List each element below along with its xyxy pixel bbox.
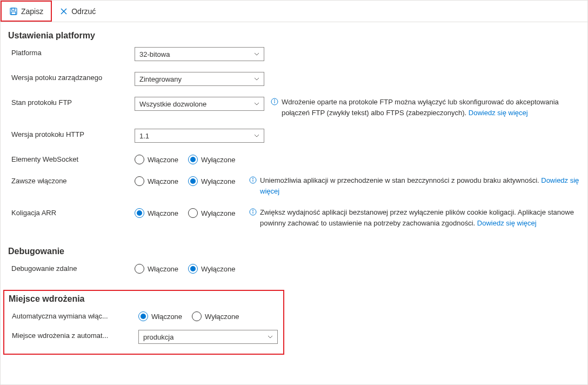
info-icon: [271, 98, 278, 105]
radio-group-auto-swap: Włączone Wyłączone: [138, 310, 268, 321]
select-pipeline-value: Zintegrowany: [139, 75, 182, 83]
desc-always-on: Uniemożliwia aplikacji w przechodzenie w…: [260, 175, 580, 196]
radio-always-on-on[interactable]: Włączone: [135, 176, 178, 186]
radio-always-on-off[interactable]: Wyłączone: [188, 176, 235, 186]
radio-group-always-on: Włączone Wyłączone: [135, 175, 243, 186]
radio-label-on: Włączone: [148, 156, 178, 164]
chevron-down-icon: [254, 133, 259, 138]
section-title-debugging: Debugowanie: [8, 247, 580, 256]
radio-group-arr: Włączone Wyłączone: [135, 207, 243, 218]
label-always-on: Zawsze włączone: [8, 175, 135, 185]
info-icon: [249, 208, 257, 216]
label-ftp-state: Stan protokołu FTP: [8, 97, 135, 107]
radio-label-on: Włączone: [151, 313, 182, 321]
save-button-label: Zapisz: [21, 7, 43, 16]
select-pipeline[interactable]: Zintegrowany: [135, 72, 264, 86]
select-http-version[interactable]: 1.1: [135, 129, 264, 143]
discard-icon: [59, 7, 68, 16]
select-ftp-state-value: Wszystkie dozwolone: [139, 100, 206, 108]
radio-label-off: Wyłączone: [201, 177, 235, 185]
desc-ftp: Wdrożenie oparte na protokole FTP można …: [282, 97, 580, 118]
discard-button-label: Odrzuć: [71, 7, 96, 16]
label-remote-debugging: Debugowanie zdalne: [8, 263, 135, 273]
toolbar: Zapisz Odrzuć: [1, 1, 587, 22]
radio-websockets-on[interactable]: Włączone: [135, 155, 178, 164]
section-title-deployment: Miejsce wdrożenia: [9, 294, 283, 304]
select-ftp-state[interactable]: Wszystkie dozwolone: [135, 97, 264, 111]
link-arr-learn-more[interactable]: Dowiedz się więcej: [477, 219, 537, 227]
radio-auto-swap-on[interactable]: Włączone: [138, 311, 182, 321]
discard-button[interactable]: Odrzuć: [52, 1, 103, 22]
save-button[interactable]: Zapisz: [1, 1, 52, 22]
radio-auto-swap-off[interactable]: Wyłączone: [192, 311, 239, 321]
radio-group-websockets: Włączone Wyłączone: [135, 154, 264, 164]
chevron-down-icon: [254, 101, 259, 107]
label-arr-affinity: Koligacja ARR: [8, 207, 135, 217]
chevron-down-icon: [268, 334, 273, 340]
svg-rect-1: [12, 8, 15, 10]
radio-label-off: Wyłączone: [201, 265, 235, 273]
radio-label-on: Włączone: [148, 177, 178, 185]
radio-arr-on[interactable]: Włączone: [135, 208, 178, 218]
radio-remote-debug-on[interactable]: Włączone: [135, 264, 178, 274]
section-title-platform: Ustawienia platformy: [8, 31, 580, 41]
label-auto-swap-slot: Miejsce wdrożenia z automat...: [4, 330, 138, 340]
radio-label-on: Włączone: [148, 265, 178, 273]
save-icon: [9, 7, 18, 16]
radio-arr-off[interactable]: Wyłączone: [188, 208, 235, 218]
desc-always-on-text: Uniemożliwia aplikacji w przechodzenie w…: [260, 176, 541, 184]
link-ftp-learn-more[interactable]: Dowiedz się więcej: [469, 109, 528, 117]
desc-arr: Zwiększ wydajność aplikacji bezstanowej …: [260, 207, 580, 228]
label-pipeline: Wersja potoku zarządzanego: [8, 72, 135, 82]
select-platform-value: 32-bitowa: [139, 50, 170, 58]
label-platform: Platforma: [8, 47, 135, 57]
select-auto-swap-slot[interactable]: produkcja: [138, 330, 278, 344]
radio-label-off: Wyłączone: [201, 209, 235, 217]
label-http-version: Wersja protokołu HTTP: [8, 129, 135, 138]
radio-group-remote-debug: Włączone Wyłączone: [135, 263, 264, 274]
radio-label-off: Wyłączone: [201, 156, 235, 164]
radio-label-off: Wyłączone: [205, 313, 239, 321]
svg-point-13: [253, 210, 253, 211]
select-platform[interactable]: 32-bitowa: [135, 47, 264, 61]
radio-label-on: Włączone: [148, 209, 178, 217]
svg-rect-2: [11, 12, 16, 15]
svg-point-10: [253, 178, 253, 179]
deployment-slot-section: Miejsce wdrożenia Automatyczna wymiana w…: [3, 290, 284, 355]
select-http-version-value: 1.1: [139, 132, 149, 140]
info-icon: [249, 176, 257, 184]
chevron-down-icon: [254, 51, 259, 57]
svg-point-7: [275, 100, 275, 101]
radio-websockets-off[interactable]: Wyłączone: [188, 155, 235, 164]
chevron-down-icon: [254, 76, 259, 82]
label-websockets: Elementy WebSocket: [8, 154, 135, 163]
select-auto-swap-slot-value: produkcja: [143, 333, 173, 341]
label-auto-swap: Automatyczna wymiana włąc...: [4, 310, 138, 320]
radio-remote-debug-off[interactable]: Wyłączone: [188, 264, 235, 274]
